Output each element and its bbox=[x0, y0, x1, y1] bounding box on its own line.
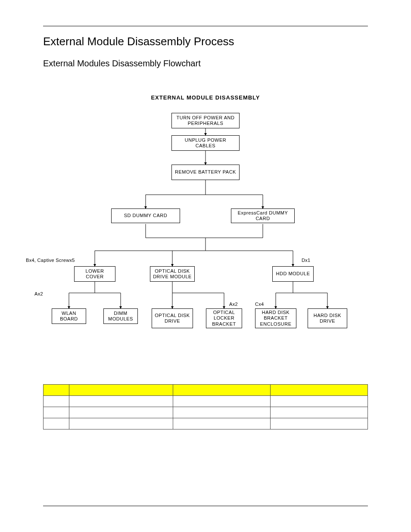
th-2 bbox=[173, 385, 271, 396]
table-row bbox=[44, 396, 368, 407]
label-ax2b: Ax2 bbox=[229, 302, 238, 307]
page-title: External Module Disassembly Process bbox=[43, 35, 368, 48]
node-lower-cover: LOWER COVER bbox=[74, 266, 115, 282]
label-bx4: Bx4, Captive Screwx5 bbox=[26, 258, 75, 263]
screw-table bbox=[43, 384, 368, 429]
bottom-rule bbox=[43, 506, 368, 506]
node-wlan: WLAN BOARD bbox=[52, 308, 86, 324]
th-3 bbox=[271, 385, 368, 396]
node-hdd-module: HDD MODULE bbox=[272, 266, 314, 282]
node-express: ExpressCard DUMMY CARD bbox=[231, 208, 295, 223]
top-rule bbox=[43, 26, 368, 26]
table-row bbox=[44, 418, 368, 429]
node-dimm: DIMM MODULES bbox=[103, 308, 138, 324]
node-olb: OPTICAL LOCKER BRACKET bbox=[206, 308, 242, 328]
label-cx4: Cx4 bbox=[255, 302, 264, 307]
node-odd-module: OPTICAL DISK DRIVE MODULE bbox=[150, 266, 195, 282]
flowchart-title: EXTERNAL MODULE DISASSEMBLY bbox=[43, 94, 368, 101]
node-turn-off: TURN OFF POWER AND PERIPHERALS bbox=[171, 113, 240, 128]
label-dx1: Dx1 bbox=[302, 258, 310, 263]
label-ax2a: Ax2 bbox=[34, 291, 43, 296]
node-hd-bracket: HARD DISK BRACKET ENCLOSURE bbox=[255, 308, 296, 328]
page-subtitle: External Modules Disassembly Flowchart bbox=[43, 59, 368, 68]
node-sd: SD DUMMY CARD bbox=[111, 208, 180, 223]
table-row bbox=[44, 407, 368, 418]
table-header-row bbox=[44, 385, 368, 396]
node-battery: REMOVE BATTERY PACK bbox=[171, 165, 240, 180]
node-hd-drive: HARD DISK DRIVE bbox=[308, 308, 347, 328]
node-odd: OPTICAL DISK DRIVE bbox=[152, 308, 193, 328]
th-1 bbox=[69, 385, 173, 396]
flowchart: TURN OFF POWER AND PERIPHERALS UNPLUG PO… bbox=[43, 113, 368, 354]
document-page: External Module Disassembly Process Exte… bbox=[0, 0, 411, 532]
th-0 bbox=[44, 385, 69, 396]
node-unplug: UNPLUG POWER CABLES bbox=[171, 135, 240, 151]
